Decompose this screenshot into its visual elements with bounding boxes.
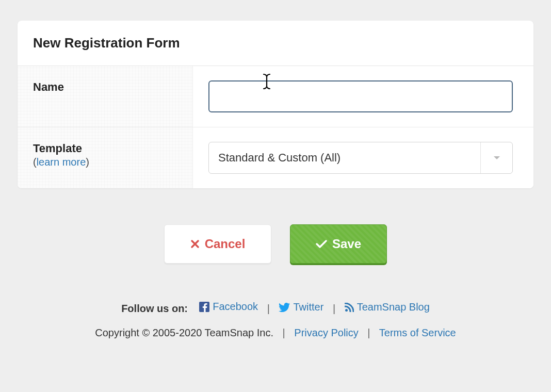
close-icon [190,239,200,249]
page-title: New Registration Form [33,35,518,51]
learn-more-link[interactable]: learn more [37,156,86,168]
separator: | [267,303,270,314]
chevron-down-icon [480,142,512,173]
form-row-template: Template (learn more) Standard & Custom … [18,127,533,188]
card-header: New Registration Form [18,21,533,66]
facebook-icon [199,302,209,312]
twitter-icon [279,303,290,312]
svg-point-1 [345,309,348,312]
separator: | [333,303,335,314]
name-input[interactable] [208,80,513,112]
cancel-button-label: Cancel [205,237,246,251]
rss-icon [345,303,354,312]
form-row-name: Name [18,66,533,127]
separator: | [367,327,370,338]
blog-link-label: TeamSnap Blog [357,301,430,313]
template-label: Template [33,142,177,155]
terms-link[interactable]: Terms of Service [379,327,456,338]
facebook-link-label: Facebook [213,301,258,313]
paren-open: ( [33,156,37,168]
save-button[interactable]: Save [290,224,387,264]
registration-form-card: New Registration Form Name Template (lea… [18,21,533,188]
paren-close: ) [86,156,89,168]
button-row: Cancel Save [18,224,533,264]
save-button-label: Save [332,237,361,251]
twitter-link-label: Twitter [293,301,323,313]
blog-link[interactable]: TeamSnap Blog [345,301,430,313]
name-field-cell [193,66,533,127]
facebook-link[interactable]: Facebook [199,301,258,313]
template-field-cell: Standard & Custom (All) [193,127,533,188]
privacy-link[interactable]: Privacy Policy [294,327,358,338]
template-select[interactable]: Standard & Custom (All) [208,142,513,174]
footer-social-line: Follow us on: Facebook | Twitter | [18,301,533,315]
copyright-text: Copyright © 2005-2020 TeamSnap Inc. [95,327,273,338]
cancel-button[interactable]: Cancel [164,224,271,264]
footer: Follow us on: Facebook | Twitter | [18,301,533,339]
template-learn-more-wrap: (learn more) [33,156,177,168]
footer-legal-line: Copyright © 2005-2020 TeamSnap Inc. | Pr… [18,327,533,339]
check-icon [316,239,327,249]
name-label: Name [33,80,177,94]
twitter-link[interactable]: Twitter [279,301,323,313]
template-select-value: Standard & Custom (All) [209,151,480,165]
follow-label: Follow us on: [121,303,188,314]
template-label-cell: Template (learn more) [18,127,193,188]
name-label-cell: Name [18,66,193,127]
separator: | [283,327,285,338]
